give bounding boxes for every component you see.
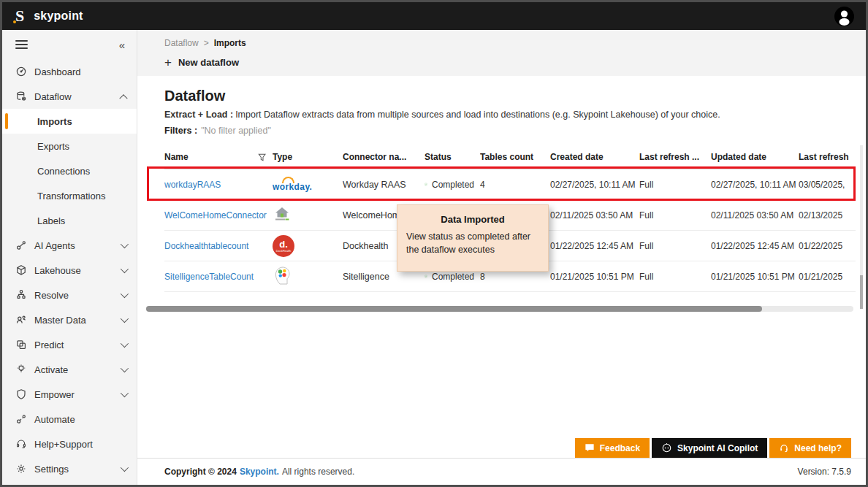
last-refresh-type: Full xyxy=(639,200,711,231)
sidebar-item-exports[interactable]: Exports xyxy=(2,134,137,158)
column-header-last-refresh[interactable]: Last refresh xyxy=(799,145,856,169)
plus-icon: + xyxy=(164,56,172,69)
filters-line: Filters :"No filter applied" xyxy=(164,126,866,136)
sidebar-label: Activate xyxy=(34,364,68,375)
sidebar-item-dashboard[interactable]: Dashboard xyxy=(2,59,137,84)
updated-date: 02/11/2025 03:50 AM xyxy=(711,200,799,231)
user-avatar[interactable] xyxy=(834,7,854,26)
vertical-scrollbar[interactable] xyxy=(860,145,863,309)
sidebar-label: Imports xyxy=(37,116,72,127)
sidebar-item-transformations[interactable]: Transformations xyxy=(2,183,137,208)
column-header-last-refresh-type[interactable]: Last refresh ... xyxy=(639,145,711,169)
chevron-up-icon xyxy=(119,94,127,102)
tooltip-body: View status as completed after the dataf… xyxy=(406,231,539,256)
data-imported-tooltip: Data Imported View status as completed a… xyxy=(397,204,549,272)
chevron-down-icon xyxy=(121,364,129,372)
sidebar-label: Labels xyxy=(37,215,65,226)
settings-icon xyxy=(15,463,27,475)
sidebar-item-master-data[interactable]: Master Data xyxy=(2,307,137,332)
sidebar-item-resolve[interactable]: Resolve xyxy=(2,283,137,307)
content-header: Dataflow > Imports + New dataflow xyxy=(137,30,866,76)
dataflow-name-link[interactable]: SitelligenceTableCount xyxy=(164,272,254,282)
need-help-button[interactable]: Need help? xyxy=(769,438,851,458)
column-header-created-date[interactable]: Created date xyxy=(550,145,639,169)
column-header-type[interactable]: Type xyxy=(273,145,343,169)
dataflow-name-link[interactable]: WelComeHomeConnector xyxy=(164,210,267,221)
sidebar-item-labels[interactable]: Labels xyxy=(2,208,137,233)
column-header-tables-count[interactable]: Tables count xyxy=(480,145,550,169)
completed-check-icon xyxy=(425,271,427,282)
column-header-status[interactable]: Status xyxy=(425,145,480,169)
horizontal-scrollbar[interactable] xyxy=(146,306,853,312)
sidebar-item-empower[interactable]: Empower xyxy=(2,382,137,407)
sidebar-item-predict[interactable]: Predict xyxy=(2,332,137,357)
vertical-scrollbar-thumb[interactable] xyxy=(860,275,863,309)
sidebar-item-dataflow[interactable]: Dataflow xyxy=(2,84,137,109)
chevron-down-icon xyxy=(121,340,129,348)
sidebar-item-lakehouse[interactable]: Lakehouse xyxy=(2,258,137,283)
skypoint-logo[interactable]: S skypoint xyxy=(15,8,83,24)
sidebar-label: Connections xyxy=(37,166,90,177)
last-refresh-date: 03/05/2025, xyxy=(799,169,856,200)
sidebar-label: Automate xyxy=(34,414,75,425)
sidebar-item-ai-agents[interactable]: AI Agents xyxy=(2,233,137,258)
ai-agents-icon xyxy=(15,239,27,251)
sidebar-item-settings[interactable]: Settings xyxy=(2,456,137,481)
dataflow-name-link[interactable]: workdayRAAS xyxy=(164,180,221,190)
brand-name: skypoint xyxy=(34,9,83,23)
page-description: Extract + Load :Import Dataflow extracts… xyxy=(164,110,866,120)
updated-date: 02/27/2025, 10:11 AM xyxy=(711,169,799,200)
collapse-sidebar-icon[interactable]: « xyxy=(119,39,125,51)
column-header-name[interactable]: Name xyxy=(164,145,273,169)
predict-icon xyxy=(15,339,27,350)
copilot-icon xyxy=(661,442,672,453)
horizontal-scrollbar-thumb[interactable] xyxy=(146,306,762,312)
button-label: Skypoint AI Copilot xyxy=(677,443,758,453)
help-support-icon xyxy=(15,438,27,450)
status-text: Completed xyxy=(432,272,474,282)
chevron-down-icon xyxy=(121,389,129,397)
filter-funnel-icon[interactable] xyxy=(257,153,267,162)
content-area: Dataflow > Imports + New dataflow Datafl… xyxy=(137,30,866,485)
topbar: S skypoint xyxy=(2,2,866,30)
menu-icon[interactable] xyxy=(15,40,28,49)
new-dataflow-button[interactable]: + New dataflow xyxy=(164,56,851,69)
skypoint-link[interactable]: Skypoint. xyxy=(240,467,279,477)
status-badge: Completed xyxy=(425,271,474,282)
footer: Copyright © 2024Skypoint.All rights rese… xyxy=(137,458,866,485)
sidebar-item-imports[interactable]: Imports xyxy=(2,109,137,134)
lakehouse-icon xyxy=(15,264,27,276)
rights-text: All rights reserved. xyxy=(282,467,354,477)
status-text: Completed xyxy=(432,180,474,190)
action-buttons: Feedback Skypoint AI Copilot xyxy=(575,438,851,458)
sidebar-item-activate[interactable]: Activate xyxy=(2,357,137,382)
skypoint-logo-mark: S xyxy=(15,8,26,24)
sidebar-label: Exports xyxy=(37,141,69,152)
sidebar-item-automate[interactable]: Automate xyxy=(2,407,137,432)
automate-icon xyxy=(15,413,27,425)
chevron-down-icon xyxy=(121,315,129,323)
skypoint-ai-copilot-button[interactable]: Skypoint AI Copilot xyxy=(652,438,767,458)
filters-label: Filters : xyxy=(164,126,197,136)
button-label: Feedback xyxy=(600,443,640,453)
copyright-text: Copyright © 2024 xyxy=(164,467,237,477)
last-refresh-type: Full xyxy=(639,261,711,292)
feedback-button[interactable]: Feedback xyxy=(575,438,650,458)
sidebar-item-connections[interactable]: Connections xyxy=(2,158,137,183)
dataflow-name-link[interactable]: Dockhealthtablecount xyxy=(164,241,248,251)
breadcrumb-dataflow[interactable]: Dataflow xyxy=(164,38,199,48)
updated-date: 01/21/2025 10:51 PM xyxy=(711,261,799,292)
dataflow-table: Name Type Connector na... Status Ta xyxy=(164,145,856,292)
sidebar-label: Dataflow xyxy=(34,91,72,102)
table-row[interactable]: workdayRAAS workday. Workday RAAS xyxy=(164,169,856,200)
breadcrumb: Dataflow > Imports xyxy=(164,38,851,48)
chevron-down-icon xyxy=(121,464,129,472)
created-date: 02/27/2025, 10:11 AM xyxy=(550,169,639,200)
sidebar-item-help-support[interactable]: Help+Support xyxy=(2,432,137,456)
sidebar: « Dashboard Dataflow Imports xyxy=(2,30,137,485)
column-header-updated-date[interactable]: Updated date xyxy=(711,145,799,169)
updated-date: 01/22/2025 12:45 AM xyxy=(711,231,799,261)
column-header-connector[interactable]: Connector na... xyxy=(343,145,425,169)
workday-arc xyxy=(282,177,294,183)
welcomehome-logo xyxy=(273,206,292,222)
